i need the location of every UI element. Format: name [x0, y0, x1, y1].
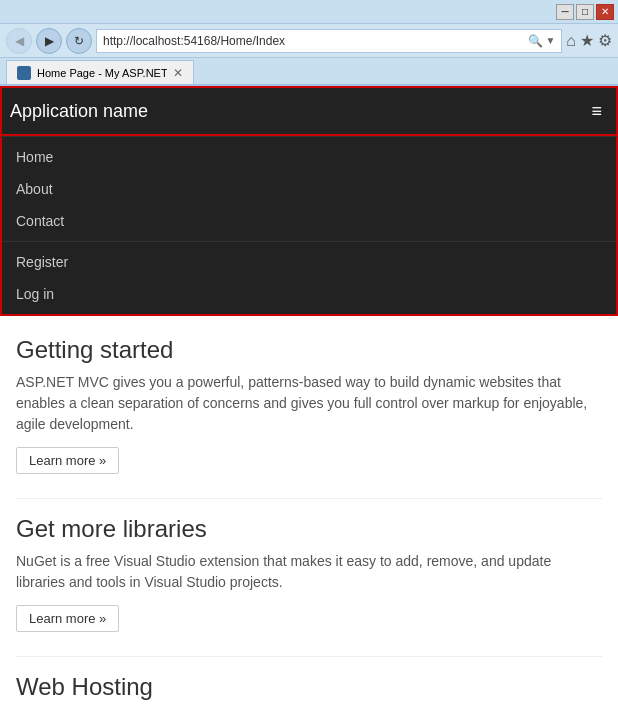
section-title-get-more-libraries: Get more libraries: [16, 515, 602, 543]
section-title-getting-started: Getting started: [16, 336, 602, 364]
nav-menu: Home About Contact Register Log in: [0, 136, 618, 316]
minimize-button[interactable]: ─: [556, 4, 574, 20]
section-title-web-hosting: Web Hosting: [16, 673, 602, 701]
address-bar: ◀ ▶ ↻ http://localhost:54168/Home/Index …: [0, 24, 618, 58]
maximize-button[interactable]: □: [576, 4, 594, 20]
tab-label: Home Page - My ASP.NET ...: [37, 67, 167, 79]
section-get-more-libraries: Get more libraries NuGet is a free Visua…: [16, 515, 602, 632]
nav-item-about[interactable]: About: [2, 173, 616, 205]
search-icon[interactable]: 🔍: [528, 34, 543, 48]
navbar: Application name ≡ Home About Contact Re…: [0, 86, 618, 316]
learn-more-button-getting-started[interactable]: Learn more »: [16, 447, 119, 474]
url-bar[interactable]: http://localhost:54168/Home/Index 🔍 ▼: [96, 29, 562, 53]
favorites-icon[interactable]: ★: [580, 31, 594, 50]
url-icons: 🔍 ▼: [528, 34, 555, 48]
section-web-hosting: Web Hosting You can easily find a web ho…: [16, 673, 602, 713]
toolbar-icons: ⌂ ★ ⚙: [566, 31, 612, 50]
main-content: Getting started ASP.NET MVC gives you a …: [0, 316, 618, 713]
divider-2: [16, 656, 602, 657]
tab-bar: Home Page - My ASP.NET ... ✕: [0, 58, 618, 86]
title-bar: ─ □ ✕: [0, 0, 618, 24]
browser-tab[interactable]: Home Page - My ASP.NET ... ✕: [6, 60, 194, 84]
navbar-header: Application name ≡: [0, 86, 618, 136]
section-getting-started: Getting started ASP.NET MVC gives you a …: [16, 336, 602, 474]
section-text-web-hosting: You can easily find a web hosting compan…: [16, 709, 602, 713]
browser-frame: ─ □ ✕ ◀ ▶ ↻ http://localhost:54168/Home/…: [0, 0, 618, 713]
navbar-brand[interactable]: Application name: [10, 91, 148, 132]
url-text: http://localhost:54168/Home/Index: [103, 34, 285, 48]
tab-close-button[interactable]: ✕: [173, 66, 183, 80]
close-button[interactable]: ✕: [596, 4, 614, 20]
nav-divider: [2, 241, 616, 242]
home-icon[interactable]: ⌂: [566, 32, 576, 50]
nav-item-contact[interactable]: Contact: [2, 205, 616, 237]
refresh-button[interactable]: ↻: [66, 28, 92, 54]
hamburger-button[interactable]: ≡: [585, 95, 608, 128]
settings-icon[interactable]: ⚙: [598, 31, 612, 50]
website-content: Application name ≡ Home About Contact Re…: [0, 86, 618, 713]
forward-button[interactable]: ▶: [36, 28, 62, 54]
title-bar-buttons: ─ □ ✕: [556, 4, 614, 20]
nav-item-login[interactable]: Log in: [2, 278, 616, 310]
back-button[interactable]: ◀: [6, 28, 32, 54]
dropdown-icon[interactable]: ▼: [545, 35, 555, 46]
nav-item-home[interactable]: Home: [2, 141, 616, 173]
nav-item-register[interactable]: Register: [2, 246, 616, 278]
learn-more-button-get-more-libraries[interactable]: Learn more »: [16, 605, 119, 632]
divider-1: [16, 498, 602, 499]
section-text-get-more-libraries: NuGet is a free Visual Studio extension …: [16, 551, 602, 593]
tab-favicon: [17, 66, 31, 80]
section-text-getting-started: ASP.NET MVC gives you a powerful, patter…: [16, 372, 602, 435]
